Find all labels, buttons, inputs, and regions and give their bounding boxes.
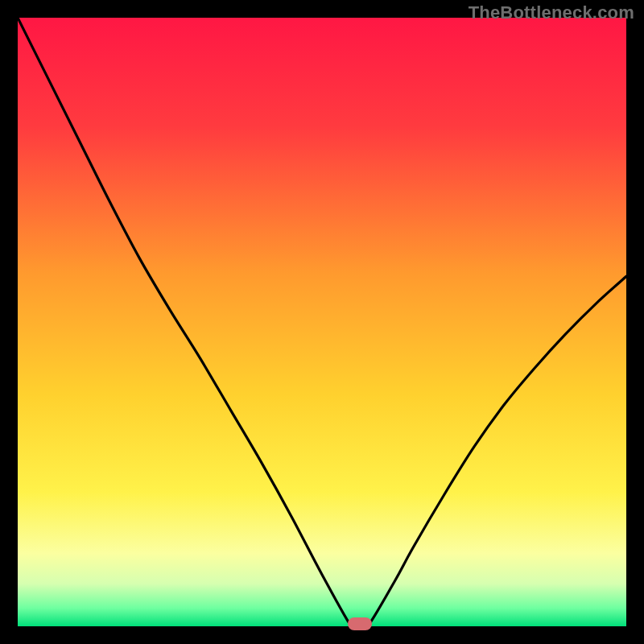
watermark-text: TheBottleneck.com xyxy=(469,2,634,23)
gradient-background xyxy=(18,18,626,626)
optimal-marker xyxy=(348,617,372,630)
chart-frame: TheBottleneck.com xyxy=(0,0,644,644)
plot-svg xyxy=(18,18,626,626)
plot-area xyxy=(18,18,626,626)
